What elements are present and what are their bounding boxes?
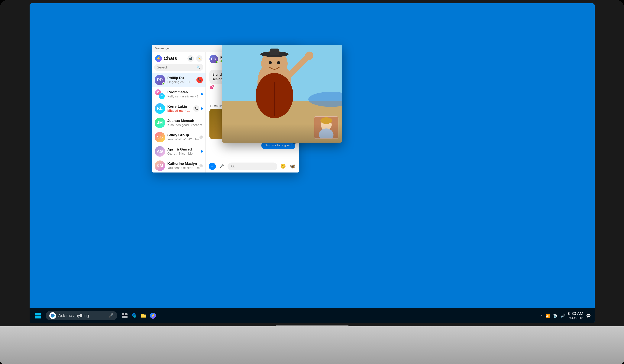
call-back-button[interactable]: 📞 <box>193 105 200 112</box>
edge-button[interactable] <box>130 311 139 320</box>
chat-preview-katherine: You sent a sticker · 1m <box>167 166 203 170</box>
avatar-wrap-joshua: JM <box>155 117 165 128</box>
read-indicator-study: ✓ <box>200 136 203 139</box>
search-icon: 🔍 <box>196 65 201 69</box>
svg-rect-20 <box>122 313 124 315</box>
windows-icon <box>35 313 41 319</box>
action-center-icon[interactable]: 💬 <box>586 313 591 318</box>
mic-button[interactable]: 🎤 <box>218 163 225 170</box>
chat-item-katherine[interactable]: KM Katherine Maslyn You sent a sticker ·… <box>152 159 206 173</box>
files-icon <box>141 313 146 318</box>
laptop-screen: Messenger ⊟ ⊡ ✕ ⚡ Chats <box>0 0 624 326</box>
svg-rect-22 <box>122 316 125 318</box>
start-button[interactable] <box>33 311 43 320</box>
chat-name-phillip: Phillip Du <box>167 76 194 80</box>
avatar-study: SG <box>155 132 165 142</box>
chat-info-phillip: Phillip Du Ongoing call · 00:33 <box>167 76 194 84</box>
chat-header-avatar: PD <box>209 55 218 63</box>
chat-info-study: Study Group You: Wait! What? · 1m <box>167 133 203 141</box>
avatar-wrap-study: SG <box>155 132 165 142</box>
screen-bezel: Messenger ⊟ ⊡ ✕ ⚡ Chats <box>29 3 595 323</box>
unread-indicator-kerry <box>201 107 203 110</box>
add-button[interactable]: + <box>209 163 216 170</box>
taskbar-clock[interactable]: 6:30 AM 7/30/2015 <box>568 311 583 320</box>
messenger-taskbar-icon: ⚡ <box>150 313 156 319</box>
online-indicator <box>162 82 165 85</box>
chat-info-joshua: Joshua Mensah K sounds good · 8:24am <box>167 119 203 127</box>
chat-preview-kerry: Missed call · 1m <box>167 109 191 113</box>
chat-input-area: + 🎤 😊 🦋 <box>206 160 299 173</box>
taskbar-time-value: 6:30 AM <box>568 311 583 316</box>
chat-item-icons-kerry: 📞 <box>193 105 203 112</box>
avatar-katherine: KM <box>155 160 165 171</box>
svg-point-8 <box>277 61 280 64</box>
task-view-button[interactable] <box>120 311 130 320</box>
chat-name-roommates: Roommates <box>167 90 203 94</box>
message-reaction: 💕 <box>209 85 214 90</box>
omg-bubble: Omg we look great! × <box>261 142 295 149</box>
taskbar-right: ∧ 📶 📡 🔊 6:30 AM 7/30/2015 💬 <box>540 311 591 320</box>
chat-name-katherine: Katherine Maslyn <box>167 161 203 166</box>
chat-name-study: Study Group <box>167 133 203 137</box>
avatar-wrap-april: AG <box>155 146 165 157</box>
chat-item-kerry[interactable]: KL Kerry Lakin Missed call · 1m 📞 <box>152 101 206 116</box>
laptop-base <box>0 326 624 364</box>
taskbar-search[interactable]: Ask me anything 🎤 <box>46 311 117 320</box>
taskbar: Ask me anything 🎤 <box>29 308 595 323</box>
avatar-roommates: K R <box>155 89 165 99</box>
chat-item-april-garrett[interactable]: AG April & Garrett Garrett: Nice · Mon <box>152 144 206 159</box>
microphone-icon[interactable]: 🎤 <box>108 313 113 318</box>
compose-button[interactable]: ✏️ <box>196 55 203 62</box>
sticker-button[interactable]: 🦋 <box>289 163 296 170</box>
chat-header-online-dot <box>216 61 218 63</box>
video-call-button[interactable]: 📹 <box>187 55 194 62</box>
avatar-joshua: JM <box>155 117 165 128</box>
edge-icon <box>131 313 137 318</box>
svg-point-15 <box>320 117 332 124</box>
search-input[interactable] <box>157 65 195 69</box>
chat-preview-april: Garrett: Nice · Mon <box>167 152 203 156</box>
chat-item-phillip-du[interactable]: PD Phillip Du Ongoing call · 00:33 📞 <box>152 73 206 87</box>
chat-preview-phillip: Ongoing call · 00:33 <box>167 80 194 84</box>
svg-rect-16 <box>35 313 38 316</box>
messenger-taskbar-button[interactable]: ⚡ <box>148 311 158 320</box>
emoji-button[interactable]: 😊 <box>280 163 287 170</box>
sidebar-header-icons: 📹 ✏️ <box>187 55 203 62</box>
task-view-icon <box>122 313 128 318</box>
chat-item-joshua[interactable]: JM Joshua Mensah K sounds good · 8:24am <box>152 116 206 130</box>
sidebar-title-area: ⚡ Chats <box>155 55 177 62</box>
network-icon: 📶 <box>546 313 550 318</box>
svg-rect-19 <box>38 316 41 318</box>
svg-rect-17 <box>38 313 41 316</box>
chat-item-study-group[interactable]: SG Study Group You: Wait! What? · 1m ✓ <box>152 130 206 144</box>
video-gradient-overlay <box>222 124 342 143</box>
chat-info-april: April & Garrett Garrett: Nice · Mon <box>167 147 203 156</box>
unread-indicator-roommates <box>201 93 203 95</box>
avatar-wrap-roommates: K R <box>155 89 165 99</box>
sidebar-title: Chats <box>164 55 177 61</box>
chat-info-kerry: Kerry Lakin Missed call · 1m <box>167 104 191 113</box>
avatar-wrap-katherine: KM <box>155 160 165 171</box>
video-main <box>222 45 342 143</box>
volume-icon[interactable]: 🔊 <box>561 313 565 318</box>
avatar-wrap-kerry: KL <box>155 103 165 114</box>
chat-preview-joshua: K sounds good · 8:24am <box>167 123 203 127</box>
svg-rect-6 <box>270 48 279 55</box>
chat-preview-study: You: Wait! What? · 1m <box>167 137 203 141</box>
files-button[interactable] <box>139 311 148 320</box>
chat-info-katherine: Katherine Maslyn You sent a sticker · 1m <box>167 161 203 170</box>
chat-list: PD Phillip Du Ongoing call · 00:33 📞 <box>152 73 206 173</box>
system-tray-arrow[interactable]: ∧ <box>540 314 543 318</box>
chat-item-icons-phillip: 📞 <box>196 77 203 83</box>
end-call-button[interactable]: 📞 <box>196 77 203 83</box>
message-input[interactable] <box>228 162 277 170</box>
sidebar-header: ⚡ Chats 📹 ✏️ <box>152 52 206 64</box>
unread-indicator-april <box>201 150 203 153</box>
svg-point-9 <box>305 51 313 60</box>
avatar-wrap-phillip: PD <box>155 75 165 85</box>
svg-point-7 <box>269 61 272 64</box>
laptop-shell: Messenger ⊟ ⊡ ✕ ⚡ Chats <box>0 0 624 364</box>
chat-name-april: April & Garrett <box>167 147 203 151</box>
taskbar-date-value: 7/30/2015 <box>568 316 583 320</box>
chat-item-roommates[interactable]: K R Roommates Kelly sent a sticker · 1m <box>152 87 206 101</box>
